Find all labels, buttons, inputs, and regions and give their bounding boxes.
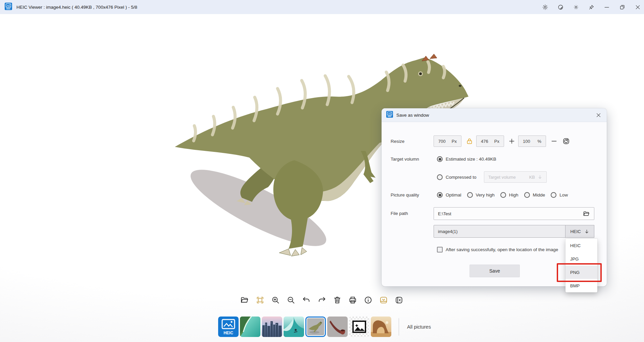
picture-quality-label: Picture quality — [391, 192, 419, 197]
target-volume-placeholder: Target volume — [488, 175, 527, 180]
dialog-icon: HEIC — [386, 111, 393, 119]
pin-icon[interactable] — [588, 4, 595, 11]
quality-low[interactable]: Low — [551, 192, 568, 198]
resize-percent-unit: % — [537, 139, 541, 144]
thumbnail-surfing-wave[interactable] — [284, 317, 304, 337]
thumbnail-strip: HEIC All pictures — [218, 317, 431, 337]
resize-label: Resize — [391, 139, 404, 144]
compressed-to-radio-row[interactable]: Compressed to — [437, 174, 477, 180]
disabled-dropdown-arrow-icon — [538, 175, 542, 179]
estimated-size-radio-row[interactable]: Estimated size : 40.49KB — [437, 156, 496, 162]
thumbnail-image-placeholder[interactable] — [349, 317, 369, 337]
zoom-out-icon[interactable] — [287, 296, 295, 304]
minimize-button[interactable] — [603, 4, 610, 11]
lock-ratio-icon[interactable] — [465, 137, 474, 146]
app-icon: HEIC — [5, 3, 12, 11]
save-as-icon[interactable] — [379, 296, 388, 304]
estimated-size-label: Estimated size : 40.49KB — [446, 157, 496, 162]
quality-high[interactable]: High — [500, 192, 518, 198]
theme-icon[interactable] — [557, 4, 564, 11]
file-path-input[interactable]: E:\Test — [434, 207, 594, 220]
quality-optimal[interactable]: Optimal — [437, 192, 461, 198]
open-location-checkbox[interactable] — [437, 247, 443, 252]
redo-icon[interactable] — [317, 296, 326, 304]
svg-text:HEIC: HEIC — [388, 115, 392, 117]
print-icon[interactable] — [348, 296, 357, 304]
dialog-title: Save as window — [396, 113, 429, 118]
resize-height-unit: Px — [494, 139, 499, 144]
target-volumn-label: Target volumn — [391, 157, 419, 162]
file-name-value: image4(1) — [438, 229, 458, 234]
thumbnail-coastline[interactable] — [240, 317, 260, 337]
fit-frame-icon[interactable] — [256, 296, 264, 304]
dialog-header: HEIC Save as window — [382, 108, 607, 122]
file-path-label: File path — [391, 211, 408, 216]
heic-thumb-label: HEIC — [224, 331, 233, 335]
resize-percent-input[interactable]: 100 % — [518, 135, 546, 147]
dropdown-arrow-icon — [584, 229, 589, 234]
quality-very-high-radio[interactable] — [467, 192, 473, 198]
bottom-toolbar — [240, 296, 403, 304]
resize-height-value: 476 — [481, 139, 488, 144]
target-volume-input: Target volume KB — [484, 171, 547, 183]
info-icon[interactable] — [364, 296, 373, 304]
reset-size-icon[interactable] — [562, 137, 571, 146]
thumbnail-dinosaur-selected[interactable] — [305, 317, 326, 337]
resize-percent-value: 100 — [523, 139, 530, 144]
thumbnail-city-skyline[interactable] — [262, 317, 282, 337]
thumbnail-desert-arch[interactable] — [371, 317, 391, 337]
open-folder-icon[interactable] — [240, 296, 249, 304]
format-select[interactable]: HEIC — [565, 225, 594, 238]
quality-midde[interactable]: Midde — [524, 192, 545, 198]
compressed-to-label: Compressed to — [446, 175, 477, 180]
decrease-icon[interactable] — [550, 137, 558, 146]
quality-very-high[interactable]: Very high — [467, 192, 495, 198]
resize-width-input[interactable]: 700 Px — [434, 135, 461, 147]
picture-quality-options: Optimal Very high High Midde Low — [437, 192, 568, 198]
target-volume-unit: KB — [529, 175, 535, 180]
thumbnail-tobacco-pipe[interactable] — [327, 317, 348, 337]
svg-text:HEIC: HEIC — [6, 8, 10, 10]
quality-low-radio[interactable] — [551, 192, 556, 198]
open-location-label: After saving successfully, open the loca… — [446, 247, 558, 252]
title-bar: HEIC HEIC Viewer : image4.heic ( 40.49KB… — [0, 0, 644, 14]
quality-optimal-radio[interactable] — [437, 192, 443, 198]
window-title: HEIC Viewer : image4.heic ( 40.49KB , 70… — [16, 5, 137, 10]
undo-icon[interactable] — [302, 296, 311, 304]
dialog-close-icon[interactable] — [595, 111, 602, 119]
quality-high-radio[interactable] — [500, 192, 506, 198]
increase-icon[interactable] — [507, 137, 516, 146]
resize-width-unit: Px — [452, 139, 457, 144]
brightness-icon[interactable] — [573, 4, 580, 11]
compressed-to-radio[interactable] — [437, 174, 443, 180]
maximize-button[interactable] — [619, 4, 626, 11]
resize-height-input[interactable]: 476 Px — [476, 135, 504, 147]
all-pictures-label[interactable]: All pictures — [407, 324, 431, 330]
format-option-heic[interactable]: HEIC — [565, 239, 597, 252]
thumbnail-heic-logo[interactable]: HEIC — [218, 317, 239, 337]
png-highlight-box — [557, 263, 602, 282]
save-button[interactable]: Save — [469, 265, 520, 277]
file-path-value: E:\Test — [438, 211, 451, 216]
close-button[interactable] — [634, 4, 641, 11]
zoom-in-icon[interactable] — [271, 296, 280, 304]
collapse-panel-icon[interactable] — [395, 296, 403, 304]
resize-width-value: 700 — [438, 139, 446, 144]
settings-icon[interactable] — [542, 4, 549, 11]
estimated-size-radio[interactable] — [437, 156, 443, 162]
filmstrip-separator — [399, 318, 399, 336]
browse-folder-icon[interactable] — [583, 210, 590, 217]
open-location-row[interactable]: After saving successfully, open the loca… — [437, 247, 558, 252]
format-select-value: HEIC — [570, 229, 581, 234]
quality-midde-radio[interactable] — [524, 192, 530, 198]
delete-icon[interactable] — [333, 296, 342, 304]
